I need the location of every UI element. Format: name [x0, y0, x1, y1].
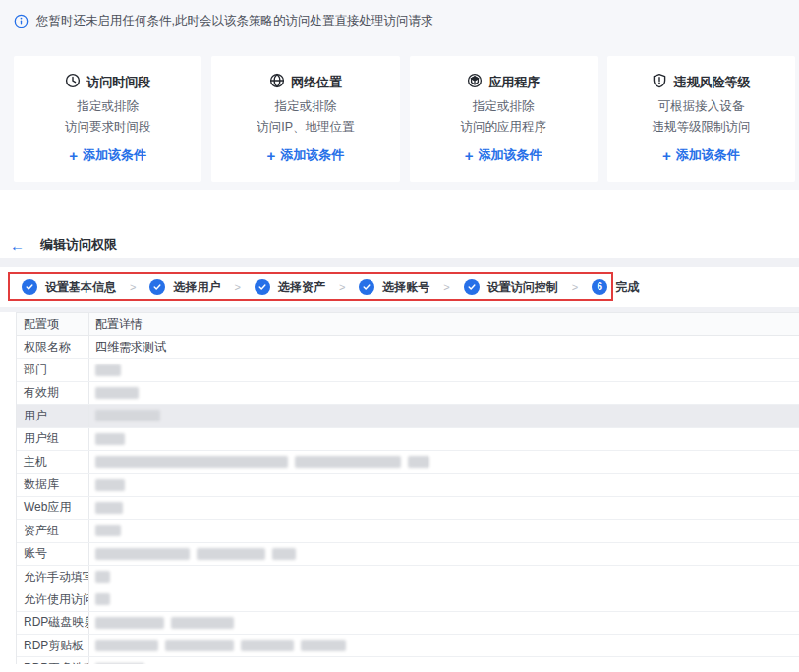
- divider-band: [0, 258, 799, 267]
- config-item-label: 用户组: [17, 428, 89, 450]
- card-subtitle-line2: 访问IP、地理位置: [257, 117, 354, 138]
- config-item-label: 权限名称: [17, 336, 89, 358]
- step-2-done[interactable]: 选择用户: [149, 279, 220, 296]
- redacted-value-block: [241, 640, 294, 651]
- redacted-value-block: [408, 456, 429, 468]
- config-item-value: [89, 359, 799, 380]
- card-title: 违规风险等级: [652, 73, 750, 91]
- info-icon: [14, 14, 29, 28]
- step-label: 选择用户: [173, 279, 220, 296]
- check-icon: [359, 279, 374, 295]
- redacted-value-block: [95, 456, 288, 468]
- header-config-item: 配置项: [17, 313, 89, 335]
- redacted-value-block: [95, 525, 121, 536]
- redacted-value-block: [95, 502, 123, 514]
- redacted-value-block: [301, 640, 346, 651]
- table-row: Web应用: [17, 497, 799, 520]
- card-title-label: 违规风险等级: [673, 74, 750, 91]
- step-5-done[interactable]: 设置访问控制: [464, 279, 558, 296]
- step-6-current[interactable]: 6完成: [592, 279, 639, 296]
- app-box-icon: [467, 73, 483, 91]
- card-subtitle-line1: 可根据接入设备: [658, 96, 745, 117]
- table-row: 用户: [17, 405, 799, 427]
- add-condition-button[interactable]: +添加该条件: [465, 146, 542, 164]
- check-icon: [255, 279, 270, 295]
- condition-card-3: 应用程序指定或排除访问的应用程序+添加该条件: [410, 56, 598, 182]
- plus-icon: +: [69, 148, 78, 163]
- condition-card-2: 网络位置指定或排除访问IP、地理位置+添加该条件: [211, 56, 399, 182]
- redacted-value-block: [95, 387, 139, 399]
- table-body: 权限名称四维需求测试部门有效期用户用户组主机数据库Web应用资产组账号允许手动填…: [17, 336, 799, 672]
- config-item-value: [89, 566, 799, 588]
- check-icon: [464, 279, 480, 295]
- table-header-row: 配置项 配置详情: [17, 313, 799, 336]
- redacted-value-block: [95, 364, 121, 376]
- plus-icon: +: [662, 148, 671, 163]
- add-condition-button[interactable]: +添加该条件: [69, 146, 146, 164]
- card-subtitle-line2: 违规等级限制访问: [652, 117, 750, 138]
- table-row: 部门: [17, 359, 799, 381]
- step-4-done[interactable]: 选择账号: [359, 279, 429, 296]
- redacted-value-block: [197, 548, 265, 560]
- config-item-value: 四维需求测试: [89, 336, 799, 358]
- config-item-label: 数据库: [17, 474, 89, 495]
- config-item-label: RDP剪贴板: [17, 635, 89, 656]
- add-condition-label: 添加该条件: [280, 146, 344, 164]
- condition-card-4: 违规风险等级可根据接入设备违规等级限制访问+添加该条件: [607, 56, 795, 182]
- check-icon: [149, 279, 165, 295]
- config-item-value: [89, 543, 799, 565]
- card-subtitle-line1: 指定或排除: [77, 96, 139, 117]
- plus-icon: +: [465, 148, 474, 163]
- config-item-value: [89, 588, 799, 610]
- add-condition-button[interactable]: +添加该条件: [266, 146, 344, 164]
- step-label: 完成: [615, 279, 639, 296]
- conditions-section: 您暂时还未启用任何条件,此时会以该条策略的访问处置直接处理访问请求 访问时间段指…: [0, 0, 799, 190]
- config-item-value: [89, 474, 799, 495]
- card-title-label: 访问时间段: [86, 74, 150, 91]
- page-bottom: [0, 664, 799, 672]
- chevron-right-icon: >: [572, 281, 578, 293]
- globe-icon: [269, 73, 285, 91]
- chevron-right-icon: >: [130, 281, 136, 293]
- table-row: 权限名称四维需求测试: [17, 336, 799, 359]
- config-item-value: [89, 520, 799, 541]
- card-subtitle-line1: 指定或排除: [275, 96, 337, 117]
- add-condition-button[interactable]: +添加该条件: [662, 146, 740, 164]
- edit-header: ← 编辑访问权限: [10, 236, 117, 253]
- config-item-label: 允许手动填写账号: [17, 566, 89, 588]
- config-item-value: [89, 428, 799, 450]
- redacted-value-block: [95, 571, 110, 583]
- config-item-label: 资产组: [17, 520, 89, 541]
- table-row: 主机: [17, 451, 799, 474]
- config-item-value: [89, 382, 799, 404]
- config-item-value: [89, 405, 799, 426]
- table-row: 允许手动填写账号: [17, 566, 799, 588]
- step-1-done[interactable]: 设置基本信息: [22, 279, 116, 296]
- card-subtitle-line1: 指定或排除: [473, 96, 535, 117]
- condition-card-1: 访问时间段指定或排除访问要求时间段+添加该条件: [14, 56, 201, 182]
- redacted-value-block: [95, 617, 164, 629]
- step-label: 选择账号: [382, 279, 429, 296]
- info-banner: 您暂时还未启用任何条件,此时会以该条策略的访问处置直接处理访问请求: [14, 13, 432, 29]
- config-item-label: 有效期: [17, 382, 89, 404]
- chevron-right-icon: >: [339, 281, 345, 293]
- add-condition-label: 添加该条件: [479, 146, 542, 164]
- table-row: 有效期: [17, 382, 799, 405]
- redacted-value-block: [272, 548, 296, 560]
- clock-icon: [65, 73, 81, 91]
- redacted-value-block: [295, 456, 401, 468]
- step-label: 选择资产: [278, 279, 325, 296]
- table-row: RDP磁盘映射: [17, 612, 799, 635]
- card-subtitle-line2: 访问的应用程序: [460, 117, 546, 138]
- config-summary-table: 配置项 配置详情 权限名称四维需求测试部门有效期用户用户组主机数据库Web应用资…: [16, 312, 799, 664]
- step-label: 设置访问控制: [487, 279, 558, 296]
- config-item-label: 主机: [17, 451, 89, 473]
- table-row: 允许使用访问串: [17, 588, 799, 611]
- banner-text: 您暂时还未启用任何条件,此时会以该条策略的访问处置直接处理访问请求: [36, 13, 432, 29]
- check-icon: [22, 279, 37, 295]
- card-title: 网络位置: [269, 73, 342, 91]
- back-arrow-icon[interactable]: ←: [10, 238, 25, 252]
- table-row: 数据库: [17, 474, 799, 496]
- config-item-value: [89, 635, 799, 656]
- step-3-done[interactable]: 选择资产: [255, 279, 325, 296]
